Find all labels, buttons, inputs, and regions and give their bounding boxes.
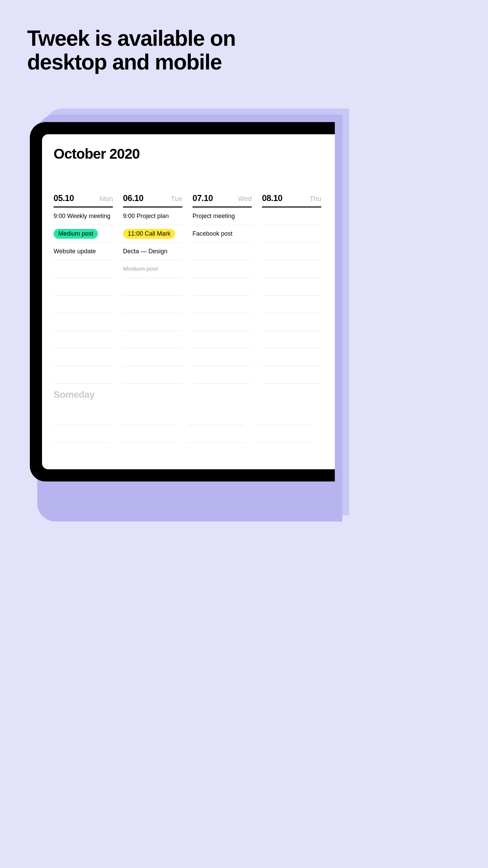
day-header[interactable]: 06.10Tue	[123, 193, 182, 208]
someday-cell[interactable]	[121, 425, 178, 443]
task-text: Decta — Design	[123, 248, 167, 255]
task-row[interactable]: Facebook post	[192, 225, 252, 243]
day-date: 07.10	[192, 193, 213, 203]
tablet-device-frame: October 2020 05.10Mon9:00 Weekly meeting…	[30, 122, 335, 481]
someday-grid	[54, 408, 311, 443]
task-row[interactable]	[262, 278, 321, 296]
task-row[interactable]	[192, 331, 252, 349]
month-title: October 2020	[54, 146, 335, 162]
someday-row	[54, 408, 311, 425]
task-row[interactable]	[262, 208, 321, 225]
day-date: 06.10	[123, 193, 143, 203]
task-row[interactable]	[262, 225, 321, 243]
task-row[interactable]	[123, 366, 182, 384]
task-row[interactable]	[262, 243, 321, 260]
task-list	[262, 208, 321, 384]
task-row[interactable]	[192, 296, 252, 313]
task-text-done: Medium post	[123, 265, 158, 273]
task-row[interactable]: Website update	[54, 243, 113, 260]
task-row[interactable]	[54, 278, 113, 296]
someday-cell[interactable]	[54, 408, 110, 425]
task-row[interactable]: Decta — Design	[123, 243, 182, 260]
task-row[interactable]: 11:00 Call Mark	[123, 225, 182, 243]
task-row[interactable]: 9:00 Weekly meeting	[54, 208, 113, 225]
day-header[interactable]: 05.10Mon	[54, 193, 113, 208]
promo-headline: Tweek is available on desktop and mobile	[27, 26, 258, 74]
task-row[interactable]	[262, 349, 321, 366]
someday-row	[54, 425, 311, 443]
day-header[interactable]: 07.10Wed	[192, 193, 252, 208]
task-row[interactable]	[54, 313, 113, 331]
task-row[interactable]	[123, 349, 182, 366]
task-list: 9:00 Weekly meetingMedium postWebsite up…	[54, 208, 113, 384]
task-text: 9:00 Project plan	[123, 213, 169, 220]
task-row[interactable]	[262, 296, 321, 313]
day-weekday: Wed	[238, 195, 252, 203]
task-list: 9:00 Project plan11:00 Call MarkDecta — …	[123, 208, 182, 384]
task-row[interactable]	[123, 313, 182, 331]
day-column: 06.10Tue9:00 Project plan11:00 Call Mark…	[123, 193, 182, 384]
task-row[interactable]	[54, 296, 113, 313]
task-row[interactable]	[54, 366, 113, 384]
someday-cell[interactable]	[255, 408, 311, 425]
task-pill: 11:00 Call Mark	[123, 229, 175, 239]
task-text: 9:00 Weekly meeting	[54, 213, 110, 220]
someday-cell[interactable]	[54, 425, 110, 443]
someday-cell[interactable]	[255, 425, 311, 443]
someday-title: Someday	[54, 389, 311, 400]
week-columns: 05.10Mon9:00 Weekly meetingMedium postWe…	[54, 193, 335, 384]
task-text: Facebook post	[192, 230, 232, 238]
day-column: 05.10Mon9:00 Weekly meetingMedium postWe…	[54, 193, 113, 384]
app-screen: October 2020 05.10Mon9:00 Weekly meeting…	[42, 134, 335, 469]
task-row[interactable]	[54, 260, 113, 278]
task-row[interactable]	[262, 313, 321, 331]
day-column: 07.10WedProject meetingFacebook post	[192, 193, 252, 384]
task-row[interactable]	[192, 349, 252, 366]
task-row[interactable]	[123, 331, 182, 349]
day-header[interactable]: 08.10Thu	[262, 193, 321, 208]
someday-cell[interactable]	[187, 425, 244, 443]
day-date: 08.10	[262, 193, 282, 203]
task-row[interactable]: Project meeting	[192, 208, 252, 225]
day-weekday: Tue	[171, 195, 182, 203]
task-row[interactable]	[123, 278, 182, 296]
day-weekday: Mon	[100, 195, 113, 203]
task-row[interactable]	[192, 243, 252, 260]
task-row[interactable]	[123, 296, 182, 313]
task-row[interactable]	[192, 278, 252, 296]
task-row[interactable]: 9:00 Project plan	[123, 208, 182, 225]
task-row[interactable]: Medium post	[54, 225, 113, 243]
task-text: Project meeting	[192, 213, 235, 220]
day-date: 05.10	[54, 193, 74, 203]
task-row[interactable]	[262, 366, 321, 384]
someday-cell[interactable]	[121, 408, 178, 425]
task-row[interactable]	[262, 260, 321, 278]
day-weekday: Thu	[310, 195, 321, 203]
someday-section: Someday	[54, 389, 311, 443]
task-pill: Medium post	[54, 229, 98, 239]
task-row[interactable]	[54, 331, 113, 349]
task-row[interactable]	[192, 313, 252, 331]
task-row[interactable]	[262, 331, 321, 349]
task-row[interactable]	[54, 349, 113, 366]
day-column: 08.10Thu	[262, 193, 321, 384]
task-row[interactable]	[192, 366, 252, 384]
someday-cell[interactable]	[187, 408, 244, 425]
task-row[interactable]	[192, 260, 252, 278]
task-row[interactable]: Medium post	[123, 260, 182, 278]
task-text: Website update	[54, 248, 96, 255]
task-list: Project meetingFacebook post	[192, 208, 252, 384]
